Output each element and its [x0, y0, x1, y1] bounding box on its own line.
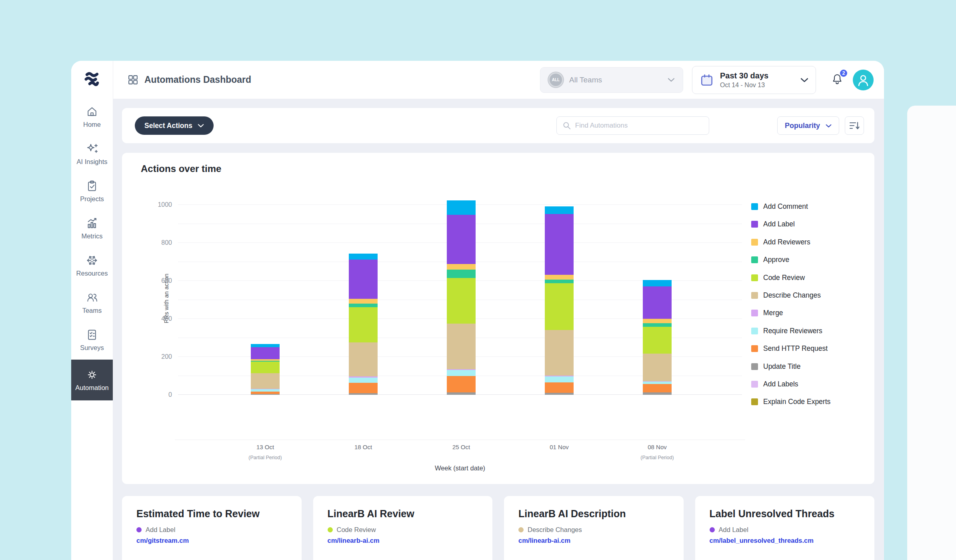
- bar-segment-add-reviewers[interactable]: [447, 264, 476, 269]
- config-file-link[interactable]: cm/linearb-ai.cm: [518, 537, 669, 544]
- sparkle-icon: [86, 142, 98, 155]
- people-icon: [86, 291, 98, 304]
- bar-18-oct[interactable]: [349, 254, 378, 395]
- legend-item-code-review[interactable]: Code Review: [751, 274, 830, 281]
- bar-25-oct[interactable]: [447, 200, 476, 395]
- bar-segment-send-http-request[interactable]: [643, 384, 672, 392]
- bar-segment-add-comment[interactable]: [251, 344, 280, 347]
- team-selector[interactable]: ALL All Teams: [540, 67, 683, 93]
- action-color-dot: [328, 527, 333, 532]
- x-axis-title: Week (start date): [178, 464, 742, 472]
- legend-item-describe-changes[interactable]: Describe Changes: [751, 292, 830, 299]
- legend-item-merge[interactable]: Merge: [751, 310, 830, 316]
- bar-segment-add-label[interactable]: [251, 347, 280, 359]
- bar-segment-add-label[interactable]: [643, 286, 672, 319]
- bar-segment-add-label[interactable]: [447, 215, 476, 264]
- config-file-link[interactable]: cm/linearb-ai.cm: [328, 537, 478, 544]
- bar-segment-add-comment[interactable]: [447, 200, 476, 215]
- prs-processed-row: 594 PRs processed: [136, 556, 287, 560]
- sidebar-item-resources[interactable]: Resources: [71, 248, 113, 283]
- bar-segment-approve[interactable]: [545, 280, 574, 284]
- bar-segment-approve[interactable]: [643, 323, 672, 327]
- date-range-selector[interactable]: Past 30 days Oct 14 - Nov 13: [692, 66, 816, 94]
- bar-segment-describe-changes[interactable]: [545, 330, 574, 376]
- bar-segment-update-title[interactable]: [251, 394, 280, 395]
- bar-segment-describe-changes[interactable]: [643, 354, 672, 381]
- actions-over-time-card: Actions over time PRs with an action Wee…: [122, 153, 874, 484]
- sidebar-item-ai-insights[interactable]: AI Insights: [71, 136, 113, 172]
- dashboard-grid-icon: [128, 74, 138, 85]
- action-color-dot: [710, 527, 715, 532]
- user-avatar[interactable]: [853, 70, 874, 90]
- bar-segment-add-comment[interactable]: [545, 206, 574, 214]
- bar-segment-require-reviewers[interactable]: [545, 376, 574, 382]
- sidebar-item-teams[interactable]: Teams: [71, 285, 113, 320]
- bar-segment-describe-changes[interactable]: [447, 324, 476, 369]
- bar-segment-add-label[interactable]: [545, 214, 574, 275]
- bar-segment-update-title[interactable]: [447, 392, 476, 395]
- automation-card[interactable]: LinearB AI Review Code Review cm/linearb…: [313, 496, 493, 560]
- bar-segment-require-reviewers[interactable]: [349, 378, 378, 383]
- legend-item-send-http-request[interactable]: Send HTTP Request: [751, 345, 830, 352]
- sidebar-item-metrics[interactable]: Metrics: [71, 211, 113, 246]
- bar-segment-add-comment[interactable]: [349, 254, 378, 260]
- bar-segment-send-http-request[interactable]: [545, 382, 574, 393]
- search-box: [556, 116, 709, 135]
- bar-segment-code-review[interactable]: [545, 283, 574, 330]
- bar-segment-code-review[interactable]: [251, 362, 280, 373]
- automation-card[interactable]: Label Unresolved Threads Add Label cm/la…: [695, 496, 875, 560]
- legend-item-approve[interactable]: Approve: [751, 256, 830, 263]
- notifications-button[interactable]: 2: [830, 72, 844, 88]
- sidebar-item-projects[interactable]: Projects: [71, 174, 113, 209]
- sort-by-select[interactable]: Popularity: [777, 116, 839, 135]
- legend-item-add-label[interactable]: Add Label: [751, 221, 830, 228]
- home-icon: [86, 105, 98, 118]
- sidebar-item-label: Teams: [82, 307, 102, 314]
- sidebar-item-surveys[interactable]: Surveys: [71, 322, 113, 358]
- survey-doc-icon: [86, 328, 98, 341]
- legend-item-add-reviewers[interactable]: Add Reviewers: [751, 239, 830, 246]
- bar-segment-describe-changes[interactable]: [251, 373, 280, 389]
- legend-item-update-title[interactable]: Update Title: [751, 363, 830, 370]
- sidebar-item-home[interactable]: Home: [71, 99, 113, 134]
- bar-segment-require-reviewers[interactable]: [251, 389, 280, 392]
- bar-13-oct[interactable]: [251, 344, 280, 395]
- automation-card[interactable]: LinearB AI Description Describe Changes …: [504, 496, 684, 560]
- bar-08-nov[interactable]: [643, 280, 672, 395]
- bar-segment-describe-changes[interactable]: [349, 342, 378, 377]
- bar-segment-update-title[interactable]: [545, 393, 574, 395]
- config-file-link[interactable]: cm/gitstream.cm: [136, 537, 287, 544]
- bar-segment-code-review[interactable]: [643, 327, 672, 354]
- automation-card-title: LinearB AI Description: [518, 508, 669, 520]
- bar-segment-add-comment[interactable]: [643, 280, 672, 286]
- legend-item-require-reviewers[interactable]: Require Reviewers: [751, 328, 830, 334]
- legend-item-explain-code-experts[interactable]: Explain Code Experts: [751, 398, 830, 405]
- legend-item-add-labels[interactable]: Add Labels: [751, 381, 830, 388]
- legend-item-add-comment[interactable]: Add Comment: [751, 203, 830, 210]
- bar-segment-update-title[interactable]: [349, 393, 378, 395]
- bar-segment-approve[interactable]: [349, 304, 378, 308]
- config-file-link[interactable]: cm/label_unresolved_threads.cm: [710, 537, 860, 544]
- bar-segment-add-reviewers[interactable]: [349, 299, 378, 304]
- select-actions-button[interactable]: Select Actions: [135, 116, 214, 135]
- automation-card-title: Estimated Time to Review: [136, 508, 287, 520]
- page-title: Automations Dashboard: [144, 74, 251, 85]
- bar-segment-send-http-request[interactable]: [349, 383, 378, 393]
- sort-direction-button[interactable]: [845, 116, 864, 135]
- action-label: Describe Changes: [528, 526, 582, 534]
- bar-segment-add-reviewers[interactable]: [545, 275, 574, 280]
- automation-card[interactable]: Estimated Time to Review Add Label cm/gi…: [122, 496, 302, 560]
- bar-segment-update-title[interactable]: [643, 392, 672, 395]
- bar-segment-code-review[interactable]: [447, 278, 476, 324]
- bar-segment-code-review[interactable]: [349, 307, 378, 342]
- automation-cards-row: Estimated Time to Review Add Label cm/gi…: [122, 496, 874, 560]
- bar-segment-approve[interactable]: [447, 270, 476, 278]
- sidebar-item-automation[interactable]: Automation: [71, 360, 113, 400]
- bar-segment-add-label[interactable]: [349, 260, 378, 298]
- bar-01-nov[interactable]: [545, 206, 574, 395]
- search-input[interactable]: [575, 122, 703, 130]
- action-color-dot: [518, 527, 524, 532]
- bar-segment-require-reviewers[interactable]: [447, 370, 476, 376]
- bar-segment-send-http-request[interactable]: [447, 376, 476, 393]
- bar-segment-add-reviewers[interactable]: [643, 319, 672, 323]
